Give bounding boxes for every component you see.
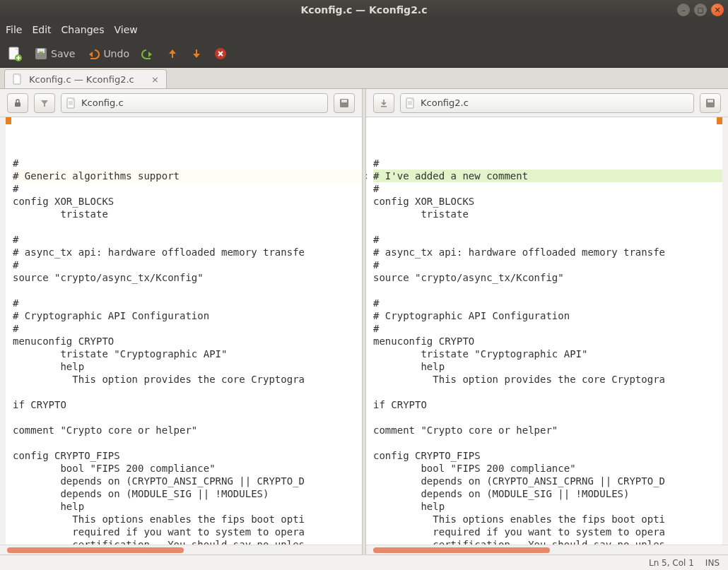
prev-diff-button[interactable]: [166, 47, 179, 60]
left-scrollbar[interactable]: [0, 545, 362, 554]
tab-compare[interactable]: Kconfig.c — Kconfig2.c ×: [4, 69, 167, 88]
code-line: config CRYPTO_FIPS: [13, 449, 362, 462]
code-line: comment "Crypto core or helper": [373, 424, 722, 437]
code-line: help: [13, 360, 362, 373]
menu-view[interactable]: View: [114, 24, 137, 35]
code-line: certification. You should say no unles: [13, 538, 362, 545]
code-line: [373, 284, 722, 297]
code-line: This option provides the core Cryptogra: [373, 373, 722, 386]
close-window-button[interactable]: ✕: [711, 4, 724, 16]
save-icon: [34, 47, 48, 61]
cancel-button[interactable]: [214, 47, 227, 60]
code-line: #: [373, 233, 722, 246]
save-button[interactable]: Save: [34, 47, 75, 61]
left-pane: Kconfig.c ## Generic algorithms support#…: [0, 89, 362, 554]
file-icon: [405, 97, 416, 109]
lock-button-left[interactable]: [7, 93, 28, 113]
file-icon: [66, 97, 77, 109]
code-line: This options enables the fips boot opti: [13, 513, 362, 526]
scrollbar-thumb[interactable]: [7, 547, 184, 553]
code-line: [13, 437, 362, 449]
svg-marker-6: [148, 52, 152, 57]
download-button-right[interactable]: [373, 93, 394, 113]
undo-icon: [86, 47, 100, 61]
filter-button-left[interactable]: [34, 93, 55, 113]
save-label: Save: [51, 48, 75, 59]
window-title: Kconfig.c — Kconfig2.c: [301, 4, 428, 16]
right-pane: Kconfig2.c ## I've added a new comment✕#…: [366, 89, 728, 554]
code-line: required if you want to system to opera: [13, 526, 362, 538]
minimize-button[interactable]: –: [677, 4, 690, 16]
file-icon: [12, 73, 23, 85]
undo-label: Undo: [103, 48, 129, 59]
menu-edit[interactable]: Edit: [32, 24, 51, 35]
new-file-icon: [7, 46, 23, 61]
save-right-button[interactable]: [700, 93, 721, 113]
save-left-button[interactable]: [334, 93, 355, 113]
right-filename-box[interactable]: Kconfig2.c: [400, 93, 694, 113]
tab-close-button[interactable]: ×: [151, 74, 159, 85]
code-line: [373, 220, 722, 233]
code-line: # Cryptographic API Configuration: [373, 309, 722, 322]
diff-marker-icon: [6, 117, 11, 124]
maximize-button[interactable]: ◻: [694, 4, 707, 16]
next-diff-button[interactable]: [190, 47, 203, 60]
code-line: required if you want to system to opera: [373, 526, 722, 538]
tabbar: Kconfig.c — Kconfig2.c ×: [0, 68, 728, 89]
code-line: [373, 411, 722, 424]
code-line: # async_tx api: hardware offloaded memor…: [373, 246, 722, 259]
undo-button[interactable]: Undo: [86, 47, 129, 61]
statusbar: Ln 5, Col 1 INS: [0, 554, 728, 570]
left-filename: Kconfig.c: [81, 97, 124, 108]
code-line: #: [373, 259, 722, 271]
toolbar: Save Undo: [0, 40, 728, 68]
save-small-icon: [339, 98, 349, 108]
right-code-view[interactable]: ## I've added a new comment✕#config XOR_…: [366, 117, 728, 545]
tab-label: Kconfig.c — Kconfig2.c: [29, 74, 134, 85]
menu-file[interactable]: File: [6, 24, 22, 35]
right-pane-header: Kconfig2.c: [366, 89, 728, 117]
code-line: This options enables the fips boot opti: [373, 513, 722, 526]
right-scrollbar[interactable]: [366, 545, 728, 554]
code-line: help: [13, 500, 362, 513]
code-line: depends on (MODULE_SIG || !MODULES): [13, 487, 362, 500]
svg-rect-19: [381, 106, 387, 107]
code-line: #: [13, 182, 362, 195]
filter-icon: [40, 98, 49, 108]
left-filename-box[interactable]: Kconfig.c: [61, 93, 328, 113]
code-line: config CRYPTO_FIPS: [373, 449, 722, 462]
diff-marker-icon: [717, 117, 722, 124]
dismiss-diff-icon[interactable]: ✕: [366, 170, 372, 182]
save-small-icon: [705, 98, 715, 108]
code-line: bool "FIPS 200 compliance": [13, 462, 362, 475]
svg-marker-5: [89, 52, 93, 57]
scrollbar-thumb[interactable]: [373, 547, 550, 553]
code-line: if CRYPTO: [373, 398, 722, 411]
new-compare-button[interactable]: [7, 46, 23, 61]
svg-rect-18: [341, 100, 347, 102]
code-line: config XOR_BLOCKS: [13, 195, 362, 208]
code-line: [373, 437, 722, 449]
code-line: menuconfig CRYPTO: [13, 335, 362, 348]
right-filename: Kconfig2.c: [421, 97, 469, 108]
redo-button[interactable]: [141, 47, 155, 61]
code-line: tristate "Cryptographic API": [373, 348, 722, 360]
code-line: #: [373, 297, 722, 309]
menu-changes[interactable]: Changes: [61, 24, 105, 35]
code-line: depends on (CRYPTO_ANSI_CPRNG || CRYPTO_…: [373, 475, 722, 487]
code-line: comment "Crypto core or helper": [13, 424, 362, 437]
code-line: # async_tx api: hardware offloaded memor…: [13, 246, 362, 259]
left-code-view[interactable]: ## Generic algorithms support#config XOR…: [0, 117, 362, 545]
svg-marker-11: [41, 100, 48, 107]
titlebar: Kconfig.c — Kconfig2.c – ◻ ✕: [0, 0, 728, 20]
svg-rect-10: [15, 102, 20, 107]
code-line: #: [13, 297, 362, 309]
insert-mode: INS: [705, 558, 720, 568]
code-line: #: [13, 157, 362, 170]
code-line: menuconfig CRYPTO: [373, 335, 722, 348]
arrow-up-icon: [166, 47, 179, 60]
left-pane-header: Kconfig.c: [0, 89, 362, 117]
code-line: certification. You should say no unles: [373, 538, 722, 545]
code-line: bool "FIPS 200 compliance": [373, 462, 722, 475]
code-line: help: [373, 360, 722, 373]
